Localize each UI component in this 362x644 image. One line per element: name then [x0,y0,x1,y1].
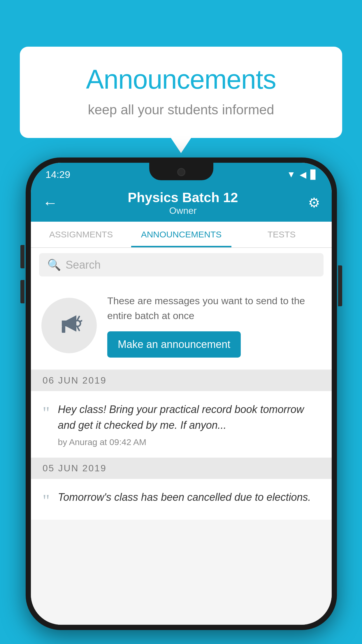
svg-line-2 [80,321,82,322]
announcement-content-2: Tomorrow's class has been cancelled due … [58,489,320,509]
settings-button[interactable]: ⚙ [308,195,320,211]
tab-tests[interactable]: TESTS [231,222,332,247]
search-icon: 🔍 [47,258,61,271]
phone-container: 14:29 ▼ ◀ ▊ ← Physics Batch 12 Owner ⚙ [26,158,337,630]
front-camera [177,168,185,176]
announcement-content-1: Hey class! Bring your practical record b… [58,402,320,447]
tab-bar: ASSIGNMENTS ANNOUNCEMENTS TESTS [31,222,332,248]
battery-icon: ▊ [310,169,317,180]
speech-bubble-container: Announcements keep all your students inf… [20,47,342,138]
app-bar-subtitle: Owner [58,205,308,216]
promo-icon-circle [41,298,97,353]
phone-screen: 14:29 ▼ ◀ ▊ ← Physics Batch 12 Owner ⚙ [31,163,332,625]
svg-line-1 [78,316,79,320]
announcement-item-1[interactable]: " Hey class! Bring your practical record… [31,391,332,458]
megaphone-icon [56,309,82,342]
announcement-text-1: Hey class! Bring your practical record b… [58,402,320,433]
make-announcement-button[interactable]: Make an announcement [107,331,241,358]
phone-notch [149,163,213,180]
announcement-item-2[interactable]: " Tomorrow's class has been cancelled du… [31,479,332,520]
wifi-icon: ▼ [287,169,296,179]
app-bar-title: Physics Batch 12 [58,190,308,205]
search-container: 🔍 Search [31,248,332,282]
search-box[interactable]: 🔍 Search [39,253,324,276]
announcement-promo: These are messages you want to send to t… [31,282,332,369]
svg-rect-4 [62,326,65,333]
phone-outer: 14:29 ▼ ◀ ▊ ← Physics Batch 12 Owner ⚙ [26,158,337,630]
app-bar-title-area: Physics Batch 12 Owner [58,190,308,216]
volume-down-button [20,280,24,303]
content-area: 🔍 Search [31,248,332,625]
tab-announcements[interactable]: ANNOUNCEMENTS [131,222,231,247]
speech-bubble-title: Announcements [43,64,319,95]
promo-right: These are messages you want to send to t… [107,293,321,358]
back-button[interactable]: ← [43,194,58,211]
quote-icon-2: " [43,492,50,509]
power-button [338,265,342,306]
status-icons: ▼ ◀ ▊ [287,169,317,180]
tab-assignments[interactable]: ASSIGNMENTS [31,222,131,247]
promo-description: These are messages you want to send to t… [107,293,321,323]
date-header-jun05: 05 JUN 2019 [31,458,332,479]
signal-icon: ◀ [300,169,306,180]
speech-bubble: Announcements keep all your students inf… [20,47,342,138]
volume-up-button [20,245,24,268]
status-time: 14:29 [45,169,70,180]
announcement-text-2: Tomorrow's class has been cancelled due … [58,489,320,505]
search-placeholder-text: Search [66,259,101,271]
date-header-jun06: 06 JUN 2019 [31,370,332,391]
svg-line-3 [78,327,79,330]
app-bar: ← Physics Batch 12 Owner ⚙ [31,184,332,222]
speech-bubble-subtitle: keep all your students informed [43,102,319,118]
quote-icon: " [43,404,50,421]
announcement-meta-1: by Anurag at 09:42 AM [58,437,320,447]
